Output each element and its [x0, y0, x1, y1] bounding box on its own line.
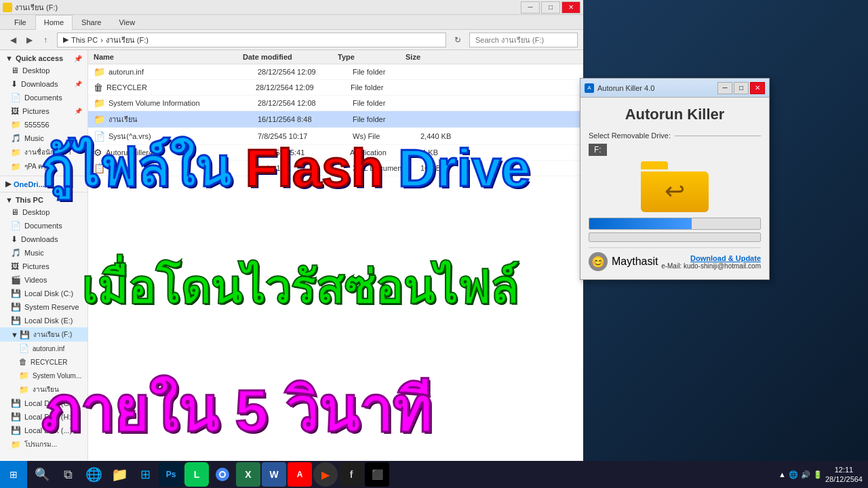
folder-visual: ↩ — [641, 161, 709, 212]
folder-icon2: 📁 — [11, 148, 21, 157]
tab-view[interactable]: View — [110, 15, 144, 29]
col-header-type[interactable]: Type — [338, 53, 406, 61]
back-button[interactable]: ◀ — [5, 33, 20, 47]
table-row[interactable]: 📁 งานเรียน 16/11/2564 8:48 File folder — [88, 111, 583, 128]
taskbar-word[interactable]: W — [262, 462, 286, 487]
disk-icon: 💾 — [11, 289, 21, 298]
file-type-r1: File folder — [353, 68, 420, 76]
file-date-r5: 7/8/2545 10:17 — [258, 132, 353, 140]
table-row[interactable]: 📋 xmlfile ..../... 1:52 XML Document 16 … — [88, 161, 583, 176]
pin-badge: 📌 — [75, 81, 82, 87]
sidebar-item-localg[interactable]: 💾 Local Disk (G:) — [0, 396, 87, 410]
dialog-minimize[interactable]: ─ — [717, 82, 732, 94]
search-input[interactable] — [469, 33, 578, 47]
disk-icon7: 💾 — [11, 426, 21, 435]
dialog-progress-bar2 — [589, 232, 761, 242]
sidebar-divider2 — [0, 192, 87, 192]
taskbar-ps[interactable]: Ps — [159, 462, 183, 487]
sidebar-subitem-recycler[interactable]: 🗑 RECYCLER — [0, 355, 87, 369]
sidebar-subitem-thai[interactable]: 📁 งานเรียน — [0, 382, 87, 396]
sidebar-item-thai1[interactable]: 📁 งานชื่อนักศึกษา — [0, 145, 87, 159]
download-link[interactable]: Download & Update — [661, 254, 761, 262]
folder-back: ↩ — [641, 171, 709, 212]
sidebar-item-555556[interactable]: 📁 555556 — [0, 118, 87, 131]
tab-share[interactable]: Share — [73, 15, 110, 29]
up-button[interactable]: ↑ — [38, 33, 53, 47]
taskbar-media[interactable]: ▶ — [313, 462, 338, 487]
sidebar-item-locali[interactable]: 💾 Local Disk (...) — [0, 424, 87, 437]
sidebar-item-downloads[interactable]: ⬇ Downloads 📌 — [0, 77, 87, 91]
tab-home[interactable]: Home — [35, 15, 73, 30]
file-name-r2: RECYCLER — [106, 83, 256, 92]
sidebar-item-pictures[interactable]: 🖼 Pictures 📌 — [0, 104, 87, 118]
taskbar-excel[interactable]: X — [236, 462, 260, 487]
file-size-r5: 2,440 KB — [420, 132, 475, 140]
sidebar-item-documents2[interactable]: 📄 Documents — [0, 219, 87, 232]
taskbar-foobar[interactable]: f — [339, 462, 363, 487]
taskbar-windows[interactable]: ⊞ — [133, 462, 157, 487]
sidebar-item-thai3[interactable]: 📁 โปรแกรม... — [0, 437, 87, 451]
close-button[interactable]: ✕ — [561, 1, 580, 14]
sidebar-item-localc[interactable]: 💾 Local Disk (C:) — [0, 287, 87, 300]
sidebar-item-documents[interactable]: 📄 Documents — [0, 91, 87, 104]
taskbar-taskview[interactable]: ⧉ — [56, 462, 80, 487]
tray-arrow[interactable]: ▲ — [778, 470, 786, 479]
refresh-button[interactable]: ↻ — [450, 33, 465, 47]
minimize-button[interactable]: ─ — [521, 1, 540, 14]
dialog-drive-label: F: — [589, 144, 607, 156]
dialog-maximize[interactable]: □ — [734, 82, 749, 94]
sidebar-item-music2[interactable]: 🎵 Music — [0, 246, 87, 260]
table-row[interactable]: ⚙ AutorunKiller40 1/6/2559 15:41 Applica… — [88, 145, 583, 161]
sidebar-item-videos[interactable]: 🎬 Videos — [0, 273, 87, 287]
sidebar-item-sysreserve[interactable]: 💾 System Reserve — [0, 300, 87, 314]
sidebar-subitem-sysvolume[interactable]: 📁 System Volum... — [0, 369, 87, 382]
recycle-icon-r2: 🗑 — [94, 82, 103, 93]
explorer-window: งานเรียน (F:) ─ □ ✕ File Home Share View… — [0, 0, 583, 488]
taskbar-line[interactable]: L — [184, 462, 209, 487]
start-button[interactable]: ⊞ — [0, 461, 27, 488]
dialog-author: 😊 Maythasit — [589, 252, 658, 271]
sidebar-item-desktop[interactable]: 🖥 Desktop — [0, 64, 87, 77]
table-row[interactable]: 📄 Sysน(^a.vrs) 7/8/2545 10:17 Ws) File 2… — [88, 128, 583, 145]
file-name-r7: xmlfile — [108, 164, 258, 172]
col-header-name[interactable]: Name — [94, 53, 243, 61]
address-path[interactable]: ▶ This PC › งานเรียน (F:) — [57, 33, 446, 47]
ribbon-tabs: File Home Share View — [0, 15, 583, 29]
chrome-icon — [216, 468, 229, 481]
disk-icon5: 💾 — [11, 399, 21, 408]
videos-icon: 🎬 — [11, 275, 21, 285]
dialog-contact: Download & Update e-Mail: kudo-shiniji@h… — [661, 254, 761, 270]
sidebar-item-pictures2[interactable]: 🖼 Pictures — [0, 260, 87, 273]
sidebar-item-downloads2[interactable]: ⬇ Downloads — [0, 232, 87, 246]
taskbar-edge[interactable]: 🌐 — [81, 462, 106, 487]
sidebar-item-locale[interactable]: 💾 Local Disk (E:) — [0, 314, 87, 327]
taskbar-search[interactable]: 🔍 — [30, 462, 54, 487]
dialog-divider — [675, 136, 761, 136]
col-header-date[interactable]: Date modified — [243, 53, 338, 61]
dialog-footer: 😊 Maythasit Download & Update e-Mail: ku… — [589, 247, 761, 271]
sidebar-item-localh[interactable]: 💾 Local Disk (H:) — [0, 410, 87, 424]
taskbar-chrome[interactable] — [210, 462, 235, 487]
file-type-r6: Application — [350, 148, 418, 157]
sidebar-subitem-autorun[interactable]: 📄 autorun.inf — [0, 342, 87, 355]
sidebar-divider1 — [0, 176, 87, 176]
dialog-close[interactable]: ✕ — [750, 82, 765, 94]
table-row[interactable]: 📁 System Volume Information 28/12/2564 1… — [88, 96, 583, 111]
taskbar-explorer[interactable]: 📁 — [107, 462, 132, 487]
author-avatar: 😊 — [589, 252, 608, 271]
forward-button[interactable]: ▶ — [22, 33, 37, 47]
col-header-size[interactable]: Size — [406, 53, 460, 61]
taskbar-cmd[interactable]: ⬛ — [365, 462, 389, 487]
pictures-icon: 🖼 — [11, 106, 19, 116]
sidebar-item-desktop2[interactable]: 🖥 Desktop — [0, 205, 87, 219]
folder-tab — [641, 161, 668, 169]
table-row[interactable]: 📁 autorun.inf 28/12/2564 12:09 File fold… — [88, 64, 583, 80]
sidebar-item-localf[interactable]: ▼ 💾 งานเรียน (F:) — [0, 327, 87, 342]
maximize-button[interactable]: □ — [541, 1, 560, 14]
table-row[interactable]: 🗑 RECYCLER 28/12/2564 12:09 File folder — [88, 80, 583, 96]
documents-icon2: 📄 — [11, 221, 21, 230]
sidebar-item-music[interactable]: 🎵 Music — [0, 131, 87, 145]
tab-file[interactable]: File — [5, 15, 35, 29]
sidebar-item-thai2[interactable]: 📁 ๆPA ครุ... — [0, 159, 87, 174]
taskbar-acrobat[interactable]: A — [288, 462, 312, 487]
